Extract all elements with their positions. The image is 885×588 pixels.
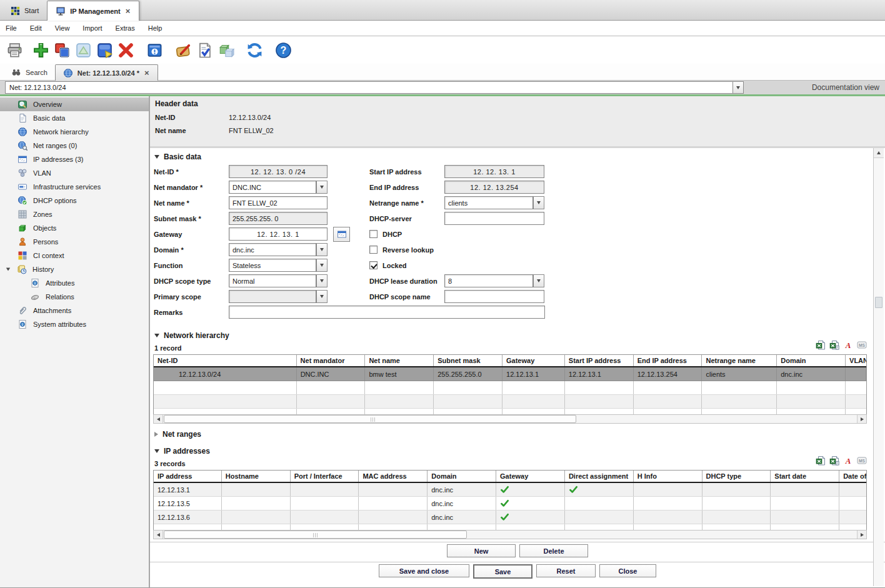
new-button[interactable]: New bbox=[447, 544, 516, 557]
column-header[interactable]: Start date bbox=[771, 471, 839, 482]
sidebar-item-attachments[interactable]: Attachments bbox=[0, 304, 149, 317]
column-header[interactable]: Net mandator bbox=[297, 355, 366, 366]
copy-button[interactable] bbox=[52, 39, 72, 61]
tab-start[interactable]: Start bbox=[2, 1, 47, 20]
net-ranges-section-header[interactable]: Net ranges bbox=[150, 424, 885, 441]
scroll-right-arrow[interactable] bbox=[857, 531, 866, 539]
table-row[interactable]: 12.12.13.0/24 DNC.INC bmw test 255.255.2… bbox=[154, 367, 866, 381]
open-button[interactable] bbox=[94, 39, 114, 61]
menu-file[interactable]: File bbox=[4, 24, 24, 32]
domain-select[interactable]: dnc.inc bbox=[229, 243, 316, 256]
objects-button[interactable] bbox=[216, 39, 236, 61]
dropdown-button[interactable] bbox=[533, 196, 544, 209]
ms-word-export-icon[interactable]: MS bbox=[856, 455, 868, 466]
sidebar-item-net-ranges[interactable]: Net ranges (0) bbox=[0, 139, 149, 152]
sidebar-item-ip-addresses[interactable]: IP addresses (3) bbox=[0, 152, 149, 166]
horizontal-scrollbar[interactable] bbox=[153, 530, 867, 539]
tab-ip-management[interactable]: IP Management × bbox=[47, 1, 139, 21]
reverse-lookup-checkbox[interactable] bbox=[369, 246, 378, 254]
dhcp-checkbox[interactable] bbox=[369, 230, 378, 238]
delete-button[interactable] bbox=[116, 39, 136, 61]
dropdown-button[interactable] bbox=[533, 274, 544, 287]
scroll-left-arrow[interactable] bbox=[154, 415, 163, 423]
menu-extras[interactable]: Extras bbox=[114, 24, 142, 32]
address-dropdown-button[interactable] bbox=[732, 81, 744, 94]
column-header[interactable]: H Info bbox=[634, 471, 702, 482]
sidebar-item-history[interactable]: History bbox=[0, 262, 149, 276]
scroll-left-arrow[interactable] bbox=[154, 531, 163, 539]
table-row[interactable]: 12.12.13.5 dnc.inc bbox=[154, 497, 866, 511]
close-button[interactable]: Close bbox=[599, 564, 656, 577]
excel-csv-export-icon[interactable] bbox=[829, 339, 840, 351]
add-button[interactable] bbox=[31, 39, 51, 61]
net-name-input[interactable]: FNT ELLW_02 bbox=[229, 196, 328, 209]
sidebar-item-infrastructure-services[interactable]: Infrastructure services bbox=[0, 180, 149, 194]
refresh-button[interactable] bbox=[244, 39, 264, 61]
sidebar-item-relations[interactable]: Relations bbox=[0, 290, 149, 304]
column-header[interactable]: Netrange name bbox=[702, 355, 777, 366]
dhcp-scope-name-input[interactable] bbox=[444, 290, 544, 303]
save-and-close-button[interactable]: Save and close bbox=[379, 564, 469, 577]
excel-export-icon[interactable] bbox=[815, 339, 826, 351]
column-header[interactable]: Subnet mask bbox=[434, 355, 502, 366]
save-button[interactable]: Save bbox=[473, 564, 532, 579]
dropdown-button[interactable] bbox=[316, 290, 328, 303]
scrollbar-thumb[interactable] bbox=[164, 531, 467, 539]
column-header[interactable]: Hostname bbox=[222, 471, 291, 482]
close-icon[interactable]: × bbox=[125, 7, 131, 15]
dhcp-scope-type-select[interactable]: Normal bbox=[229, 274, 316, 287]
gateway-input[interactable]: 12. 12. 13. 1 bbox=[229, 227, 328, 241]
column-header[interactable]: Gateway bbox=[496, 471, 565, 482]
column-header[interactable]: End IP address bbox=[634, 355, 702, 366]
column-header[interactable]: Domain bbox=[777, 355, 846, 366]
close-icon[interactable]: × bbox=[144, 69, 150, 77]
dropdown-button[interactable] bbox=[316, 274, 328, 287]
tab-search[interactable]: Search bbox=[4, 65, 55, 80]
menu-help[interactable]: Help bbox=[147, 24, 169, 32]
vertical-scrollbar[interactable] bbox=[873, 148, 884, 586]
column-header[interactable]: IP address bbox=[154, 471, 222, 482]
remarks-input[interactable] bbox=[229, 306, 545, 319]
column-header[interactable]: Gateway bbox=[502, 355, 565, 366]
column-header[interactable]: Domain bbox=[428, 471, 496, 482]
edit-button[interactable] bbox=[173, 39, 193, 61]
scroll-up-arrow[interactable] bbox=[874, 148, 884, 158]
validate-button[interactable] bbox=[194, 39, 214, 61]
gateway-picker-button[interactable] bbox=[333, 227, 350, 242]
info-button[interactable] bbox=[144, 39, 164, 61]
dropdown-button[interactable] bbox=[316, 259, 328, 272]
scroll-right-arrow[interactable] bbox=[857, 415, 866, 423]
sidebar-item-persons[interactable]: Persons bbox=[0, 235, 149, 249]
menu-view[interactable]: View bbox=[54, 24, 77, 32]
excel-csv-export-icon[interactable] bbox=[829, 455, 840, 466]
delete-button[interactable]: Delete bbox=[519, 544, 588, 557]
scrollbar-thumb[interactable] bbox=[164, 415, 576, 423]
locked-checkbox[interactable] bbox=[369, 261, 378, 269]
excel-export-icon[interactable] bbox=[815, 455, 826, 466]
menu-import[interactable]: Import bbox=[81, 24, 109, 32]
sidebar-item-vlan[interactable]: VLAN bbox=[0, 166, 149, 180]
column-header[interactable]: Start IP address bbox=[565, 355, 634, 366]
column-header[interactable]: Net name bbox=[365, 355, 434, 366]
reset-button[interactable]: Reset bbox=[536, 564, 596, 577]
sidebar-item-basic-data[interactable]: Basic data bbox=[0, 111, 149, 125]
basic-data-section-header[interactable]: Basic data bbox=[150, 148, 885, 163]
table-row[interactable]: 12.12.13.6 dnc.inc bbox=[154, 511, 866, 524]
sidebar-item-overview[interactable]: Overview bbox=[0, 97, 149, 111]
scrollbar-thumb[interactable] bbox=[875, 297, 882, 308]
network-hierarchy-section-header[interactable]: Network hierarchy bbox=[150, 327, 885, 342]
ip-addresses-section-header[interactable]: IP addresses bbox=[150, 441, 885, 457]
sidebar-item-system-attributes[interactable]: System attributes bbox=[0, 317, 149, 331]
function-select[interactable]: Stateless bbox=[229, 259, 316, 272]
column-header[interactable]: DHCP type bbox=[702, 471, 771, 482]
address-input[interactable]: Net: 12.12.13.0/24 bbox=[5, 81, 732, 94]
dropdown-button[interactable] bbox=[316, 243, 328, 256]
column-header[interactable]: VLAN bbox=[846, 355, 866, 366]
net-mandator-select[interactable]: DNC.INC bbox=[229, 181, 316, 194]
dhcp-server-input[interactable] bbox=[444, 212, 544, 225]
triangle-button[interactable] bbox=[73, 39, 93, 61]
ms-word-export-icon[interactable]: MS bbox=[856, 339, 868, 351]
horizontal-scrollbar[interactable] bbox=[153, 414, 867, 424]
dropdown-button[interactable] bbox=[316, 181, 328, 194]
expander-icon[interactable] bbox=[5, 267, 11, 271]
